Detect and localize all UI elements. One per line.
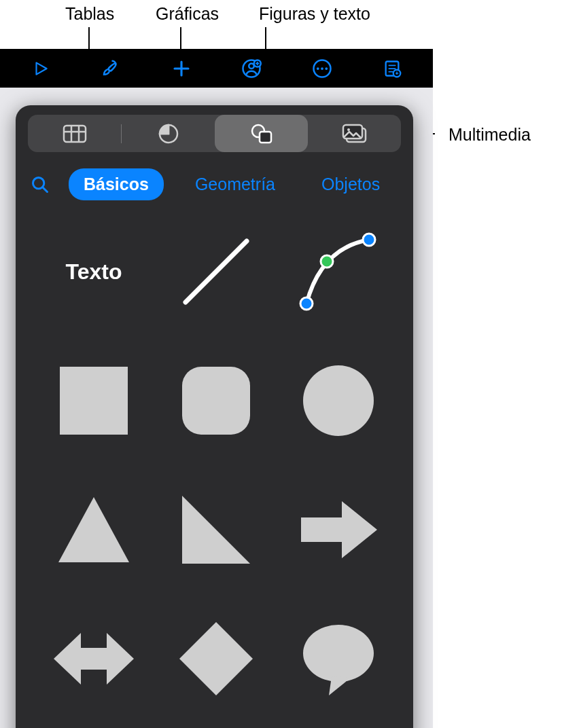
callout-media: Multimedia [449, 125, 531, 145]
svg-rect-12 [260, 132, 271, 143]
search-icon [31, 175, 50, 194]
collaborate-icon [241, 58, 262, 79]
speech-bubble-icon [298, 618, 379, 699]
svg-rect-22 [182, 367, 250, 435]
play-button[interactable] [26, 54, 56, 84]
svg-point-9 [396, 72, 399, 75]
svg-marker-27 [54, 633, 134, 685]
rounded-square-icon [175, 360, 257, 441]
format-brush-icon [101, 58, 121, 79]
curve-icon [294, 228, 383, 316]
add-icon [171, 58, 192, 79]
circle-icon [298, 360, 379, 441]
shape-curve[interactable] [294, 228, 383, 316]
shape-triangle[interactable] [50, 486, 138, 574]
shape-arrow-right[interactable] [294, 486, 383, 574]
svg-marker-26 [301, 501, 377, 558]
shapes-icon [250, 123, 273, 145]
diamond-icon [175, 618, 257, 699]
shape-rounded-square[interactable] [172, 357, 260, 445]
svg-point-5 [321, 67, 323, 70]
main-toolbar [0, 49, 433, 88]
triangle-icon [53, 489, 135, 570]
arrow-right-icon [294, 489, 383, 570]
svg-point-20 [321, 255, 333, 268]
collaborate-button[interactable] [236, 54, 266, 84]
shape-square[interactable] [50, 357, 138, 445]
shape-arrow-bidirectional[interactable] [50, 615, 138, 703]
svg-marker-28 [179, 622, 253, 695]
svg-marker-25 [182, 496, 250, 564]
shape-circle[interactable] [294, 357, 383, 445]
svg-point-23 [303, 365, 374, 436]
svg-line-17 [186, 241, 247, 302]
format-button[interactable] [96, 54, 126, 84]
search-shapes-button[interactable] [28, 172, 52, 197]
charts-segment[interactable] [122, 115, 215, 152]
insert-button[interactable] [166, 54, 196, 84]
callout-shapes-text: Figuras y texto [259, 4, 370, 24]
arrow-bidirectional-icon [50, 618, 138, 699]
shapes-grid: Texto [16, 214, 413, 728]
media-icon [342, 124, 368, 144]
tables-segment[interactable] [28, 115, 121, 152]
svg-point-19 [363, 234, 375, 246]
callout-tables: Tablas [65, 4, 114, 24]
svg-point-15 [347, 128, 350, 131]
presenter-notes-icon [383, 59, 402, 78]
insert-segmented-control [28, 115, 401, 152]
svg-point-29 [303, 625, 374, 682]
more-button[interactable] [307, 54, 337, 84]
category-more[interactable]: A [411, 168, 413, 200]
svg-point-4 [317, 67, 319, 70]
shape-line[interactable] [172, 228, 260, 316]
media-segment[interactable] [308, 115, 401, 152]
right-triangle-icon [175, 489, 257, 570]
shape-text-label: Texto [66, 259, 122, 285]
svg-point-18 [300, 297, 313, 310]
presenter-notes-button[interactable] [377, 54, 407, 84]
popover-arrow [202, 105, 226, 106]
svg-marker-24 [58, 497, 129, 562]
svg-rect-21 [60, 367, 128, 435]
table-icon [63, 124, 87, 143]
callout-charts: Gráficas [156, 4, 219, 24]
svg-rect-10 [64, 126, 86, 142]
square-icon [53, 360, 135, 441]
category-geometria[interactable]: Geometría [180, 168, 290, 200]
callouts-layer: Tablas Gráficas Figuras y texto [0, 0, 562, 41]
play-icon [32, 60, 50, 77]
insert-popover: Básicos Geometría Objetos A Texto [16, 105, 413, 728]
line-icon [175, 231, 257, 312]
more-icon [312, 58, 332, 79]
pie-chart-icon [158, 123, 179, 145]
shape-text[interactable]: Texto [50, 228, 138, 316]
shape-right-triangle[interactable] [172, 486, 260, 574]
svg-point-6 [325, 67, 328, 70]
shape-categories: Básicos Geometría Objetos A [16, 152, 413, 214]
category-basicos[interactable]: Básicos [69, 168, 164, 200]
shape-diamond[interactable] [172, 615, 260, 703]
shape-speech-bubble[interactable] [294, 615, 383, 703]
shapes-segment[interactable] [215, 115, 308, 152]
svg-marker-30 [329, 676, 351, 695]
category-objetos[interactable]: Objetos [306, 168, 395, 200]
